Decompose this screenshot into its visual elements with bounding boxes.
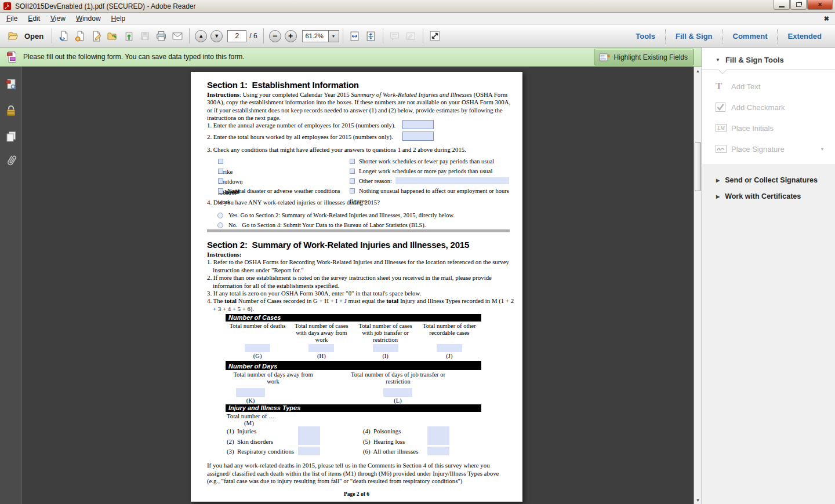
open-button-label: Open xyxy=(24,32,43,41)
summary-table: Number of Cases Total number of deaths T… xyxy=(226,314,481,458)
number-of-cases-header: Number of Cases xyxy=(226,314,481,322)
document-column: Please fill out the following form. You … xyxy=(0,48,702,504)
page-count-label: / 6 xyxy=(249,32,257,40)
seasonal-checkbox[interactable] xyxy=(218,178,223,184)
plus-icon: + xyxy=(288,31,293,41)
tab-extended[interactable]: Extended xyxy=(777,29,832,43)
navigation-rail xyxy=(0,67,22,504)
no-radio[interactable] xyxy=(217,222,223,228)
fill-sign-tools-header[interactable]: ▼ Fill & Sign Tools xyxy=(702,48,835,70)
field-G[interactable] xyxy=(245,344,270,352)
column-header: Total number of other recordable cases xyxy=(418,322,481,344)
fullscreen-button[interactable] xyxy=(427,28,443,44)
field-M3[interactable] xyxy=(298,447,320,455)
zoom-in-button[interactable]: + xyxy=(285,30,297,42)
zoom-dropdown-button[interactable]: ▼ xyxy=(329,30,339,42)
nothing-unusual-checkbox[interactable] xyxy=(350,188,355,193)
instruction-item: 2. If more than one establishment is not… xyxy=(207,274,514,290)
field-K[interactable] xyxy=(236,388,265,397)
highlight-button-label: Highlight Existing Fields xyxy=(614,53,688,61)
pages-panel-button[interactable] xyxy=(2,128,20,145)
disaster-checkbox[interactable] xyxy=(218,188,223,193)
zoom-out-button[interactable]: − xyxy=(269,30,281,42)
yes-radio[interactable] xyxy=(217,213,223,218)
restore-icon xyxy=(796,2,801,7)
field-I[interactable] xyxy=(373,344,398,352)
email-button[interactable] xyxy=(169,28,186,44)
section-divider xyxy=(207,229,510,232)
close-document-icon[interactable]: ✖ xyxy=(824,15,829,23)
scroll-up-button[interactable]: ▲ xyxy=(694,67,702,75)
section1-title: Section 1: Establishment Information xyxy=(207,80,359,90)
save-copy-button[interactable] xyxy=(56,28,72,44)
open-folder-icon xyxy=(7,31,20,41)
cases-letters-row: (G) (H) (I) (J) xyxy=(226,353,481,360)
shutdown-checkbox[interactable] xyxy=(218,169,223,174)
field-L[interactable] xyxy=(383,388,412,397)
field-H[interactable] xyxy=(308,344,334,352)
restore-button[interactable] xyxy=(790,0,807,10)
option-no-label: No. Go to Section 4: Submit Your Data to… xyxy=(228,222,426,228)
menu-window[interactable]: Window xyxy=(71,13,106,24)
field-M6[interactable] xyxy=(427,447,449,455)
tab-tools[interactable]: Tools xyxy=(626,29,665,43)
scroll-down-icon: ▼ xyxy=(696,498,700,502)
add-checkmark-tool[interactable]: Add Checkmark xyxy=(702,97,835,118)
close-button[interactable]: ✕ xyxy=(807,0,833,10)
field-M4-M5[interactable] xyxy=(427,426,449,445)
send-collect-signatures-group[interactable]: ▶ Send or Collect Signatures xyxy=(702,172,835,188)
other-reason-field[interactable] xyxy=(395,177,509,184)
tool-label: Place Signature xyxy=(731,145,785,154)
place-initials-tool[interactable]: LM Place Initials xyxy=(702,118,835,138)
security-settings-button[interactable] xyxy=(2,102,20,119)
document-canvas[interactable]: Section 1: Establishment Information Ins… xyxy=(22,67,694,504)
instruction-bold: total xyxy=(386,297,398,304)
vertical-scrollbar[interactable]: ▲ ▼ xyxy=(694,67,702,504)
hours-worked-field[interactable] xyxy=(402,132,434,141)
employees-count-field[interactable] xyxy=(402,120,434,129)
print-button[interactable] xyxy=(153,28,169,44)
menu-view[interactable]: View xyxy=(45,13,71,24)
tab-fill-and-sign[interactable]: Fill & Sign xyxy=(665,29,723,43)
menu-help[interactable]: Help xyxy=(106,13,131,24)
strike-checkbox[interactable] xyxy=(218,159,223,164)
other-reason-checkbox[interactable] xyxy=(350,178,355,184)
scroll-down-button[interactable]: ▼ xyxy=(694,496,702,504)
place-signature-tool[interactable]: Place Signature ▼ xyxy=(702,138,835,159)
highlight-existing-fields-button[interactable]: Highlight Existing Fields xyxy=(594,49,694,65)
page-number-input[interactable] xyxy=(227,30,246,42)
fit-page-button[interactable] xyxy=(363,28,379,44)
page-thumbnails-button[interactable] xyxy=(2,76,20,93)
zoom-level-combo[interactable]: 61.2% ▼ xyxy=(302,30,339,42)
upload-document-button[interactable] xyxy=(121,28,137,44)
signature-tool-button[interactable] xyxy=(403,28,419,44)
next-page-button[interactable]: ▼ xyxy=(210,30,223,42)
sign-document-button[interactable] xyxy=(88,28,104,44)
longer-schedules-checkbox[interactable] xyxy=(350,169,355,174)
chevron-right-icon: ▶ xyxy=(716,194,720,199)
zoom-level-value[interactable]: 61.2% xyxy=(302,30,329,42)
toolbar-separator xyxy=(423,28,423,43)
tab-comment[interactable]: Comment xyxy=(723,29,778,43)
add-text-tool[interactable]: T Add Text xyxy=(702,76,835,97)
field-M1-M2[interactable] xyxy=(298,426,320,445)
place-signature-icon xyxy=(716,145,731,153)
pages-icon xyxy=(4,130,18,144)
menu-edit[interactable]: Edit xyxy=(23,13,45,24)
types-letter: (M) xyxy=(244,419,254,426)
comment-button[interactable] xyxy=(387,28,403,44)
save-button[interactable] xyxy=(137,28,153,44)
attachments-panel-button[interactable] xyxy=(2,152,20,169)
export-pdf-button[interactable] xyxy=(72,28,88,44)
share-file-button[interactable] xyxy=(104,28,121,44)
fill-sign-tools-list: T Add Text Add Checkmark LM Place Initia… xyxy=(702,70,835,159)
fit-width-button[interactable] xyxy=(347,28,363,44)
scrollbar-thumb[interactable] xyxy=(695,142,701,191)
minimize-button[interactable] xyxy=(774,0,790,10)
work-with-certificates-group[interactable]: ▶ Work with Certificates xyxy=(702,188,835,204)
shorter-schedules-checkbox[interactable] xyxy=(350,159,355,164)
menu-file[interactable]: File xyxy=(1,13,23,24)
previous-page-button[interactable]: ▲ xyxy=(195,30,207,42)
open-button[interactable]: Open xyxy=(3,30,48,42)
field-J[interactable] xyxy=(437,344,462,352)
